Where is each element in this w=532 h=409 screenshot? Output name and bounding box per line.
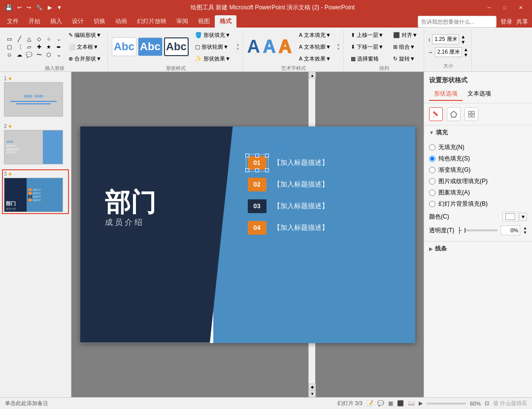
- art-a-solid[interactable]: A: [247, 38, 260, 56]
- shape-outline-button[interactable]: ▢ 形状轮廓▼: [192, 41, 233, 52]
- text-outline-button[interactable]: A 文本轮廓▼: [296, 41, 334, 52]
- view-normal-icon[interactable]: ▦: [388, 400, 393, 407]
- fill-label-picture[interactable]: 图片或纹理填充(P): [438, 177, 488, 186]
- item-3-text[interactable]: 【加入标题描述】: [273, 202, 329, 211]
- item-1-text[interactable]: 【加入标题描述】: [273, 158, 329, 167]
- handle-br[interactable]: [265, 168, 269, 172]
- para-icon[interactable]: ▱: [25, 43, 33, 50]
- slide-item-4[interactable]: 04 【加入标题描述】: [248, 221, 396, 235]
- view-slide-icon[interactable]: ⬛: [397, 400, 404, 407]
- handle-bl[interactable]: [245, 168, 249, 172]
- handle-tm[interactable]: [255, 154, 259, 157]
- fill-label-gradient[interactable]: 渐变填充(G): [438, 166, 470, 174]
- dept-title[interactable]: 部门: [105, 186, 156, 220]
- shape-style-3[interactable]: Abc: [164, 37, 189, 56]
- fill-radio-slidebg[interactable]: [429, 201, 435, 207]
- fill-section-header[interactable]: ▼ 填充: [424, 126, 532, 140]
- art-a-outline[interactable]: A: [263, 38, 276, 56]
- color-swatch[interactable]: [502, 212, 518, 221]
- smiley-icon[interactable]: ☺: [5, 51, 14, 58]
- notes-icon[interactable]: 📝: [366, 400, 373, 407]
- callout-icon[interactable]: 💬: [25, 51, 33, 58]
- ellipse-icon[interactable]: ○: [44, 35, 53, 42]
- fill-radio-gradient[interactable]: [429, 167, 435, 173]
- rotate-button[interactable]: ↻ 旋转▼: [390, 53, 421, 64]
- rounded-rect-icon[interactable]: ▢: [5, 43, 14, 50]
- tab-view[interactable]: 视图: [193, 15, 215, 28]
- fit-slide-icon[interactable]: ⊡: [485, 400, 489, 407]
- merge-shapes-button[interactable]: ⊕ 合并形状▼: [66, 53, 104, 64]
- tab-start[interactable]: 开始: [24, 15, 45, 28]
- fill-radio-pattern[interactable]: [429, 189, 435, 196]
- tab-design[interactable]: 设计: [67, 15, 89, 28]
- fill-radio-picture[interactable]: [429, 178, 435, 185]
- view-presentation-icon[interactable]: ▶: [419, 400, 423, 407]
- align-button[interactable]: ⬛ 对齐▼: [390, 30, 421, 40]
- tab-slideshow[interactable]: 幻灯片放映: [132, 15, 171, 28]
- fill-option-gradient[interactable]: 渐变填充(G): [429, 164, 527, 176]
- group-button[interactable]: ⊞ 组合▼: [390, 41, 421, 52]
- tab-shape-options[interactable]: 形状选项: [429, 88, 463, 101]
- fill-option-picture[interactable]: 图片或纹理填充(P): [429, 176, 527, 187]
- redo-icon[interactable]: ↪: [25, 3, 33, 12]
- art-a-orange[interactable]: A: [279, 38, 292, 56]
- text-effects-button[interactable]: A 文本效果▼: [296, 53, 334, 64]
- styles-expand[interactable]: ▲ ▼: [235, 42, 240, 51]
- wave-icon[interactable]: 〜: [34, 51, 43, 58]
- handle-tl[interactable]: [245, 154, 249, 157]
- transparency-stepper[interactable]: ▲▼: [523, 226, 527, 235]
- diamond-icon[interactable]: ◇: [34, 35, 43, 42]
- slide-item-1[interactable]: 01 【加入标题描述】: [248, 156, 396, 170]
- rect-icon[interactable]: ▭: [5, 35, 14, 42]
- item-4-text[interactable]: 【加入标题描述】: [273, 223, 329, 232]
- cloud-icon[interactable]: ☁: [15, 51, 24, 58]
- fill-label-slidebg[interactable]: 幻灯片背景填充(B): [438, 200, 488, 208]
- scroll-down-button[interactable]: ▼: [309, 390, 316, 397]
- cross-icon[interactable]: ✚: [34, 43, 43, 50]
- tab-format[interactable]: 格式: [215, 15, 236, 28]
- tab-animation[interactable]: 动画: [110, 15, 132, 28]
- shape-fill-button[interactable]: 🪣 形状填充▼: [192, 30, 233, 40]
- color-dropdown-icon[interactable]: ▼: [519, 213, 527, 221]
- fill-label-solid[interactable]: 纯色填充(S): [438, 155, 470, 163]
- art-expand[interactable]: ▲ ▼: [335, 42, 340, 51]
- line-icon[interactable]: ╱: [15, 35, 24, 42]
- shape-style-2[interactable]: Abc: [138, 37, 163, 56]
- height-input[interactable]: [432, 34, 459, 44]
- triangle-icon[interactable]: △: [25, 35, 33, 42]
- bring-front-button[interactable]: ⬆ 上移一层▼: [348, 30, 387, 40]
- cube-icon[interactable]: ⬡: [44, 51, 53, 58]
- arrow-icon[interactable]: ➨: [54, 43, 63, 50]
- fill-label-pattern[interactable]: 图案填充(A): [438, 189, 470, 197]
- scroll-mid-button[interactable]: ◆: [309, 383, 316, 390]
- slide-thumb-1[interactable]: 1★ 2020 2020: [2, 74, 69, 119]
- login-button[interactable]: 登录: [500, 18, 512, 26]
- item-2-text[interactable]: 【加入标题描述】: [273, 180, 329, 189]
- selection-pane-button[interactable]: ▦ 选择窗格: [348, 53, 387, 64]
- comments-icon[interactable]: 💬: [377, 400, 384, 407]
- fill-option-slidebg[interactable]: 幻灯片背景填充(B): [429, 198, 527, 210]
- fill-label-none[interactable]: 无填充(N): [438, 143, 465, 152]
- tab-text-options[interactable]: 文本选项: [463, 88, 496, 101]
- shape-style-1[interactable]: Abc: [112, 37, 136, 56]
- scroll-icon[interactable]: ⌄: [54, 51, 63, 58]
- share-button[interactable]: 共享: [516, 18, 528, 26]
- handle-tr[interactable]: [265, 154, 269, 157]
- search-input[interactable]: [418, 16, 497, 28]
- star-icon[interactable]: ★: [44, 43, 53, 50]
- text-box-button[interactable]: ⬜ 文本框▼: [66, 41, 104, 52]
- tab-review[interactable]: 审阅: [171, 15, 193, 28]
- more-icon[interactable]: ▼: [55, 3, 64, 11]
- minimize-button[interactable]: ─: [482, 2, 497, 12]
- bracket-icon[interactable]: 〔: [15, 43, 24, 50]
- handle-bm[interactable]: [255, 168, 259, 172]
- undo-icon[interactable]: ↩: [16, 3, 23, 12]
- tab-insert[interactable]: 插入: [45, 15, 67, 28]
- slide-item-2[interactable]: 02 【加入标题描述】: [248, 178, 396, 191]
- text-fill-button[interactable]: A 文本填充▼: [296, 30, 334, 40]
- note-area[interactable]: 单击此处添加备注: [5, 400, 48, 407]
- fill-radio-none[interactable]: [429, 144, 435, 151]
- slide-subtitle[interactable]: 成员介绍: [105, 218, 144, 228]
- transparency-input[interactable]: [500, 225, 520, 235]
- tab-file[interactable]: 文件: [2, 15, 24, 28]
